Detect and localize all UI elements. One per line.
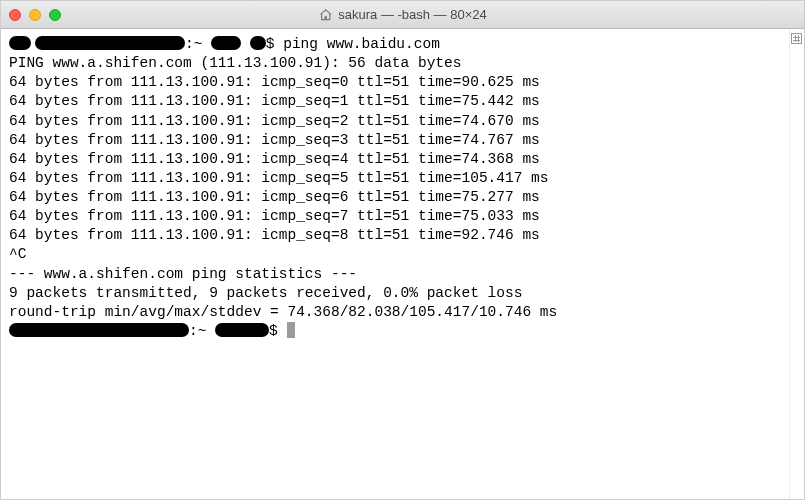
ping-reply: 64 bytes from 111.13.100.91: icmp_seq=6 … (9, 188, 781, 207)
terminal-body[interactable]: :~ $ ping www.baidu.comPING www.a.shifen… (1, 29, 804, 499)
redacted (215, 323, 269, 337)
maximize-button[interactable] (49, 9, 61, 21)
prompt-dollar: $ (266, 36, 275, 52)
interrupt: ^C (9, 245, 781, 264)
minimize-button[interactable] (29, 9, 41, 21)
terminal-window: sakura — -bash — 80×24 :~ $ ping www.bai… (0, 0, 805, 500)
ping-reply: 64 bytes from 111.13.100.91: icmp_seq=7 … (9, 207, 781, 226)
redacted (9, 36, 31, 50)
ping-reply: 64 bytes from 111.13.100.91: icmp_seq=3 … (9, 131, 781, 150)
close-button[interactable] (9, 9, 21, 21)
svg-rect-0 (324, 16, 326, 20)
stats-line: round-trip min/avg/max/stddev = 74.368/8… (9, 303, 781, 322)
prompt-line-1: :~ $ ping www.baidu.com (9, 35, 781, 54)
ping-reply: 64 bytes from 111.13.100.91: icmp_seq=5 … (9, 169, 781, 188)
titlebar[interactable]: sakura — -bash — 80×24 (1, 1, 804, 29)
cursor (287, 322, 295, 338)
stats-header: --- www.a.shifen.com ping statistics --- (9, 265, 781, 284)
traffic-lights (9, 9, 61, 21)
scrollbar[interactable] (789, 29, 804, 499)
ping-reply: 64 bytes from 111.13.100.91: icmp_seq=0 … (9, 73, 781, 92)
window-title-text: sakura — -bash — 80×24 (338, 7, 487, 22)
redacted (35, 36, 185, 50)
prompt-dollar: $ (269, 323, 278, 339)
ping-reply: 64 bytes from 111.13.100.91: icmp_seq=1 … (9, 92, 781, 111)
redacted (250, 36, 266, 50)
window-title: sakura — -bash — 80×24 (318, 7, 487, 22)
redacted (9, 323, 189, 337)
command: ping www.baidu.com (283, 36, 440, 52)
home-icon (318, 8, 332, 22)
ping-reply: 64 bytes from 111.13.100.91: icmp_seq=8 … (9, 226, 781, 245)
ping-reply: 64 bytes from 111.13.100.91: icmp_seq=4 … (9, 150, 781, 169)
redacted (211, 36, 241, 50)
prompt-line-2: :~ $ (9, 322, 781, 341)
stats-line: 9 packets transmitted, 9 packets receive… (9, 284, 781, 303)
ping-header: PING www.a.shifen.com (111.13.100.91): 5… (9, 54, 781, 73)
ping-reply: 64 bytes from 111.13.100.91: icmp_seq=2 … (9, 112, 781, 131)
terminal-content[interactable]: :~ $ ping www.baidu.comPING www.a.shifen… (1, 29, 789, 499)
prompt-hostsep: :~ (185, 36, 202, 52)
scrollbar-grip-icon[interactable] (791, 33, 802, 44)
